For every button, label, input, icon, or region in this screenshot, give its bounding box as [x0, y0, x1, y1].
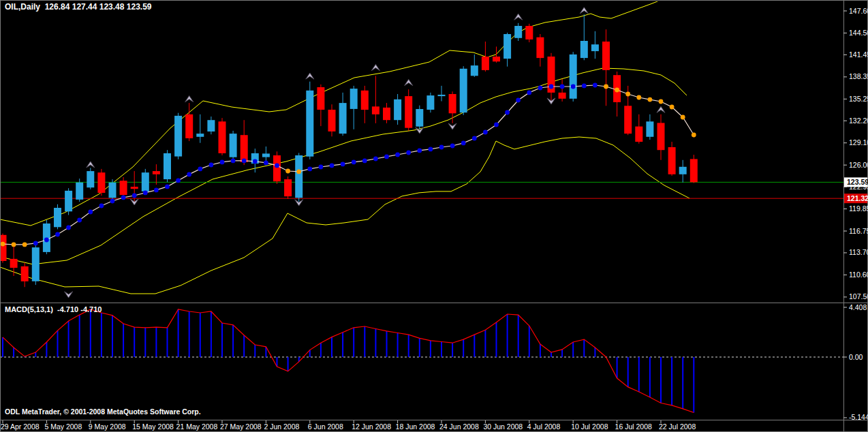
candle-body	[295, 155, 303, 198]
ma-dot-up	[99, 204, 104, 209]
price-tick-label: 110.60	[849, 271, 868, 279]
ma-dot-up	[538, 86, 543, 91]
candle-body	[416, 109, 423, 127]
order-price-marker: 121.32	[844, 194, 868, 203]
candle-body	[76, 183, 83, 200]
ma-dot-up	[176, 179, 181, 183]
ma-dot-up	[55, 232, 60, 237]
date-tick-label: 6 Jun 2008	[308, 422, 343, 431]
ohlc-values-label: 126.84 127.44 123.48 123.59	[45, 2, 152, 12]
date-tick-label: 21 May 2008	[176, 422, 218, 431]
candle-body	[438, 95, 446, 96]
price-marker-label: 123.59	[847, 178, 868, 186]
ma-dot-down	[12, 243, 16, 247]
ma-dot-up	[395, 153, 400, 157]
ma-dot-up	[341, 162, 345, 167]
ma-dot-down	[615, 88, 619, 93]
chart-title: OIL,Daily 126.84 127.44 123.48 123.59	[5, 2, 152, 12]
ma-dot-up	[88, 210, 93, 215]
date-tick-label: 27 May 2008	[220, 422, 262, 431]
ma-dot-up	[44, 238, 49, 243]
ma-dot-up	[582, 84, 587, 89]
candle-body	[559, 93, 566, 99]
price-chart-canvas[interactable]: 147.60144.50141.45138.35135.25132.20129.…	[0, 0, 868, 432]
candle-body	[361, 91, 369, 110]
ma-dot-up	[154, 188, 159, 193]
candle-body	[514, 26, 522, 38]
ma-dot-down	[1, 242, 5, 247]
ma-dot-up	[165, 185, 170, 189]
candle-body	[570, 55, 577, 99]
candle-body	[679, 167, 687, 174]
candle-body	[394, 99, 401, 120]
candle-body	[624, 106, 632, 134]
ma-dot-down	[681, 115, 685, 120]
candle-body	[174, 116, 182, 157]
candle-body	[471, 65, 478, 76]
ma-dot-up	[121, 196, 126, 200]
ma-dot-up	[549, 84, 554, 89]
candle-body	[536, 37, 544, 58]
candle-body	[219, 121, 226, 153]
ma-dot-up	[187, 172, 191, 177]
price-tick-label: 116.75	[849, 227, 868, 235]
ma-dot-down	[670, 105, 675, 110]
date-tick-label: 24 Jun 2008	[439, 422, 479, 431]
ma-dot-up	[77, 218, 82, 223]
price-tick-label: 119.85	[849, 204, 868, 213]
candle-body	[317, 87, 324, 110]
candle-body	[460, 69, 467, 112]
current-price-marker: 123.59	[844, 177, 868, 187]
ma-dot-up	[209, 163, 214, 168]
candle-body	[32, 247, 40, 281]
macd-values-label: -4.710 -4.710	[57, 305, 102, 313]
ma-dot-down	[604, 84, 608, 89]
ma-dot-up	[198, 167, 202, 172]
ma-dot-up	[231, 159, 236, 164]
candle-body	[383, 108, 390, 120]
date-tick-label: 12 Jun 2008	[352, 422, 391, 431]
candle-body	[493, 57, 500, 61]
price-tick-label: 144.50	[849, 29, 868, 37]
candle-body	[427, 95, 434, 110]
candle-body	[646, 121, 653, 137]
ma-dot-up	[362, 159, 367, 164]
metatrader-chart-window: 147.60144.50141.45138.35135.25132.20129.…	[0, 0, 868, 432]
ma-dot-up	[132, 194, 137, 198]
ma-dot-up	[352, 160, 356, 165]
candle-body	[10, 259, 18, 268]
macd-tick-label: 0.00	[849, 353, 863, 361]
candle-body	[21, 266, 29, 281]
ma-dot-up	[384, 155, 389, 159]
macd-tick-label: -5.144	[849, 413, 868, 421]
candle-body	[196, 134, 204, 137]
candle-body	[372, 106, 379, 114]
price-tick-label: 138.35	[849, 72, 868, 80]
date-tick-label: 4 Jul 2008	[527, 422, 561, 431]
price-tick-label: 107.50	[849, 292, 868, 300]
symbol-period-label: OIL,Daily	[5, 2, 40, 12]
date-tick-label: 29 Apr 2008	[1, 422, 40, 431]
candle-body	[657, 123, 665, 150]
candle-body	[405, 96, 412, 128]
candle-body	[635, 127, 642, 142]
candle-body	[185, 114, 193, 138]
ma-dot-up	[143, 191, 148, 196]
ma-dot-down	[692, 133, 696, 138]
date-tick-label: 30 Jun 2008	[483, 422, 523, 431]
candle-body	[328, 110, 336, 132]
ma-dot-up	[264, 161, 268, 166]
ma-dot-up	[593, 83, 598, 88]
ma-dot-up	[319, 165, 324, 170]
ma-dot-up	[307, 167, 312, 172]
date-tick-label: 18 Jun 2008	[396, 422, 435, 431]
candle-body	[65, 191, 72, 211]
candle-body	[142, 172, 149, 191]
candle-body	[230, 134, 237, 157]
candle-body	[449, 94, 456, 113]
candle-body	[164, 153, 171, 179]
price-tick-label: 132.20	[849, 117, 868, 125]
ma-dot-up	[450, 144, 455, 149]
candle-body	[284, 179, 292, 196]
ma-dot-down	[22, 243, 27, 247]
